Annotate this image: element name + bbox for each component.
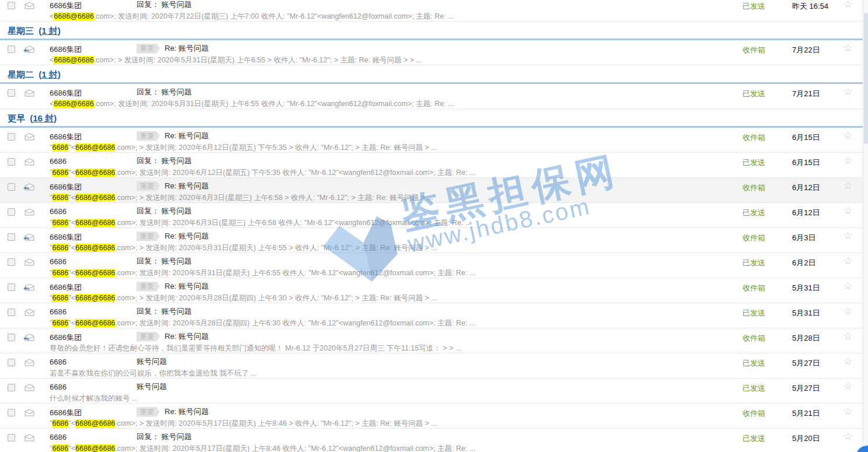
star-icon[interactable]: ☆	[843, 380, 852, 393]
mail-client-page: 6686集团 重要 回复： 账号问题 <6686@6686.com>; 发送时间…	[0, 0, 868, 452]
sender-name: 6686	[50, 207, 67, 216]
mail-snippet: 尊敬的会员您好！还请您耐心等待，我们是需要等待相关部门通知的呢！ Mr-6.12…	[50, 344, 461, 353]
mail-snippet: "6686"<6686@6686.com>; 发送时间: 2020年5月31日(…	[50, 268, 476, 278]
date-group-header: 更早 (16 封)	[0, 109, 863, 128]
star-icon[interactable]: ☆	[843, 305, 852, 317]
star-icon[interactable]: ☆	[843, 330, 852, 342]
mail-date: 5月27日	[792, 383, 820, 394]
mail-row[interactable]: 6686集团 重要 回复： 账号问题 <6686@6686.com>; 发送时间…	[0, 0, 863, 22]
row-checkbox[interactable]	[8, 158, 15, 166]
mail-read-icon	[25, 157, 36, 167]
mail-row[interactable]: 6686 重要 账号问题 什么时候才解冻我的账号 ... 已发送 5月27日 ☆	[0, 379, 863, 404]
mail-snippet: "6686"<6686@6686.com>; 发送时间: 2020年6月3日(星…	[50, 218, 472, 228]
mail-row[interactable]: 6686 重要 账号问题 若是不喜欢我在你们的公司娱乐，你把我本金退给我 我不玩…	[0, 353, 863, 379]
star-icon[interactable]: ☆	[843, 180, 852, 192]
mail-replied-icon	[25, 233, 36, 242]
star-icon[interactable]: ☆	[843, 0, 852, 10]
mail-snippet: 什么时候才解冻我的账号 ...	[50, 394, 138, 404]
mail-date: 昨天 16:54	[792, 1, 828, 12]
mail-row[interactable]: 6686 重要 回复： 账号问题 "6686"<6686@6686.com>; …	[0, 203, 863, 228]
date-group-title: 星期二	[8, 69, 34, 79]
date-group-header: 星期三 (1 封)	[0, 22, 863, 40]
mail-row[interactable]: 6686集团 重要 回复： 账号问题 <6686@6686.com>; 发送时间…	[0, 84, 863, 109]
mail-snippet: "6686"<6686@6686.com>; > 发送时间: 2020年6月3日…	[50, 193, 433, 203]
folder-label: 已发送	[742, 433, 765, 444]
mail-row[interactable]: 6686集团 重要 Re: 账号问题 "6686"<6686@6686.com>…	[0, 178, 863, 203]
folder-label: 收件箱	[742, 132, 765, 143]
mail-subject: Re: 账号问题	[165, 43, 209, 54]
date-group-count-link[interactable]: 16 封	[33, 113, 54, 123]
sender-name: 6686集团	[50, 1, 82, 11]
mail-row[interactable]: 6686 重要 回复： 账号问题 "6686"<6686@6686.com>; …	[0, 253, 863, 278]
row-checkbox[interactable]	[8, 45, 15, 53]
mail-read-icon	[25, 308, 36, 317]
mail-snippet: "6686"<6686@6686.com>; > 发送时间: 2020年5月28…	[50, 293, 437, 303]
star-icon[interactable]: ☆	[843, 355, 852, 367]
mail-row[interactable]: 6686集团 重要 Re: 账号问题 "6686"<6686@6686.com>…	[0, 278, 863, 303]
star-icon[interactable]: ☆	[843, 230, 852, 242]
mail-subject: 回复： 账号问题	[137, 87, 192, 97]
row-checkbox[interactable]	[8, 133, 15, 141]
star-icon[interactable]: ☆	[843, 255, 852, 267]
sender-name: 6686	[50, 383, 67, 391]
row-checkbox[interactable]	[8, 409, 15, 416]
mail-date: 6月12日	[792, 208, 820, 218]
mail-read-icon	[25, 208, 36, 217]
star-icon[interactable]: ☆	[843, 205, 852, 217]
mail-row[interactable]: 6686集团 重要 Re: 账号问题 "6686"<6686@6686.com>…	[0, 228, 863, 253]
row-checkbox[interactable]	[8, 2, 15, 9]
star-icon[interactable]: ☆	[843, 155, 852, 167]
row-checkbox[interactable]	[8, 233, 15, 241]
mail-subject: Re: 账号问题	[165, 407, 209, 417]
star-icon[interactable]: ☆	[843, 86, 852, 98]
date-group-count-link[interactable]: 1 封	[41, 26, 58, 36]
date-group-count-link[interactable]: 1 封	[41, 69, 58, 79]
folder-label: 收件箱	[742, 233, 765, 243]
row-checkbox[interactable]	[8, 208, 15, 216]
mail-subject: 回复： 账号问题	[137, 0, 192, 10]
mail-read-icon	[25, 433, 36, 443]
important-badge: 重要	[137, 407, 160, 417]
mail-date: 6月15日	[792, 157, 820, 168]
mail-replied-icon	[25, 45, 36, 54]
mail-row[interactable]: 6686集团 重要 Re: 账号问题 <6686@6686.com>; > 发送…	[0, 40, 863, 65]
folder-label: 已发送	[742, 157, 765, 168]
sender-name: 6686集团	[50, 182, 82, 192]
mail-row[interactable]: 6686集团 重要 Re: 账号问题 尊敬的会员您好！还请您耐心等待，我们是需要…	[0, 328, 863, 353]
mail-row[interactable]: 6686集团 重要 Re: 账号问题 "6686"<6686@6686.com>…	[0, 404, 863, 429]
mail-row[interactable]: 6686 重要 回复： 账号问题 "6686"<6686@6686.com>; …	[0, 153, 863, 178]
row-checkbox[interactable]	[8, 334, 15, 341]
star-icon[interactable]: ☆	[843, 280, 852, 292]
star-icon[interactable]: ☆	[843, 430, 852, 443]
star-icon[interactable]: ☆	[843, 42, 852, 54]
sender-name: 6686集团	[50, 408, 82, 418]
mail-snippet: <6686@6686.com>; > 发送时间: 2020年5月31日(星期天)…	[50, 55, 422, 65]
row-checkbox[interactable]	[8, 283, 15, 291]
mail-subject: 回复： 账号问题	[137, 206, 192, 216]
mail-row[interactable]: 6686集团 重要 Re: 账号问题 "6686"<6686@6686.com>…	[0, 128, 863, 153]
mail-date: 6月12日	[792, 183, 820, 193]
mail-subject: Re: 账号问题	[165, 281, 209, 292]
scrollbar-thumb[interactable]	[864, 13, 868, 144]
row-checkbox[interactable]	[8, 183, 15, 191]
row-checkbox[interactable]	[8, 89, 15, 97]
star-icon[interactable]: ☆	[843, 129, 852, 142]
row-checkbox[interactable]	[8, 309, 15, 316]
sender-name: 6686集团	[50, 282, 82, 293]
mail-row[interactable]: 6686 重要 回复： 账号问题 "6686"<6686@6686.com>; …	[0, 429, 863, 452]
mail-snippet: "6686"<6686@6686.com>; 发送时间: 2020年6月12日(…	[50, 168, 476, 178]
important-badge: 重要	[137, 332, 160, 342]
star-icon[interactable]: ☆	[843, 405, 852, 418]
mail-read-icon	[25, 132, 36, 142]
row-checkbox[interactable]	[8, 359, 15, 366]
row-checkbox[interactable]	[8, 258, 15, 266]
mail-date: 6月15日	[792, 132, 820, 143]
mail-row[interactable]: 6686 重要 回复： 账号问题 "6686"<6686@6686.com>; …	[0, 303, 863, 328]
row-checkbox[interactable]	[8, 434, 15, 442]
row-checkbox[interactable]	[8, 384, 15, 391]
important-badge: 重要	[137, 232, 160, 241]
mail-read-icon	[25, 89, 36, 98]
mail-subject: 账号问题	[137, 356, 167, 367]
mail-date: 6月2日	[792, 258, 815, 268]
mail-subject: Re: 账号问题	[165, 181, 209, 191]
